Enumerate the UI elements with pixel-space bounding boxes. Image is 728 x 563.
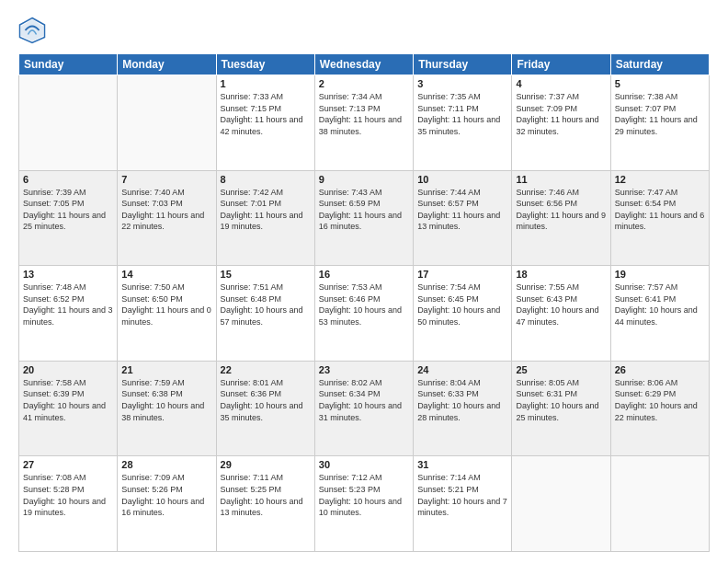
day-number: 25 xyxy=(516,364,606,375)
calendar-cell: 2Sunrise: 7:34 AM Sunset: 7:13 PM Daylig… xyxy=(314,75,413,171)
calendar-cell: 22Sunrise: 8:01 AM Sunset: 6:36 PM Dayli… xyxy=(216,361,314,456)
calendar-cell: 19Sunrise: 7:57 AM Sunset: 6:41 PM Dayli… xyxy=(610,266,709,362)
calendar-week-3: 13Sunrise: 7:48 AM Sunset: 6:52 PM Dayli… xyxy=(19,266,710,362)
day-number: 21 xyxy=(121,364,211,375)
calendar-cell: 13Sunrise: 7:48 AM Sunset: 6:52 PM Dayli… xyxy=(19,266,118,362)
calendar-cell: 17Sunrise: 7:54 AM Sunset: 6:45 PM Dayli… xyxy=(414,266,512,362)
day-info: Sunrise: 7:34 AM Sunset: 7:13 PM Dayligh… xyxy=(319,91,409,137)
day-info: Sunrise: 7:59 AM Sunset: 6:38 PM Dayligh… xyxy=(121,377,211,423)
day-info: Sunrise: 7:50 AM Sunset: 6:50 PM Dayligh… xyxy=(121,282,211,327)
day-info: Sunrise: 7:33 AM Sunset: 7:15 PM Dayligh… xyxy=(221,91,311,137)
day-info: Sunrise: 7:39 AM Sunset: 7:05 PM Dayligh… xyxy=(23,187,113,233)
calendar-header-wednesday: Wednesday xyxy=(314,54,413,75)
day-info: Sunrise: 7:54 AM Sunset: 6:45 PM Dayligh… xyxy=(417,282,507,327)
calendar-cell: 16Sunrise: 7:53 AM Sunset: 6:46 PM Dayli… xyxy=(314,266,413,362)
calendar-cell: 24Sunrise: 8:04 AM Sunset: 6:33 PM Dayli… xyxy=(414,361,512,456)
day-info: Sunrise: 7:57 AM Sunset: 6:41 PM Dayligh… xyxy=(615,282,705,327)
day-info: Sunrise: 8:05 AM Sunset: 6:31 PM Dayligh… xyxy=(516,377,606,423)
calendar-cell: 18Sunrise: 7:55 AM Sunset: 6:43 PM Dayli… xyxy=(512,266,610,362)
day-number: 13 xyxy=(23,269,113,280)
day-number: 9 xyxy=(319,174,409,185)
calendar-cell: 9Sunrise: 7:43 AM Sunset: 6:59 PM Daylig… xyxy=(314,170,413,266)
day-info: Sunrise: 7:42 AM Sunset: 7:01 PM Dayligh… xyxy=(221,187,311,233)
calendar-week-2: 6Sunrise: 7:39 AM Sunset: 7:05 PM Daylig… xyxy=(19,170,710,266)
day-info: Sunrise: 7:43 AM Sunset: 6:59 PM Dayligh… xyxy=(319,187,409,233)
day-number: 23 xyxy=(319,364,409,375)
day-info: Sunrise: 8:02 AM Sunset: 6:34 PM Dayligh… xyxy=(319,377,409,423)
calendar-week-4: 20Sunrise: 7:58 AM Sunset: 6:39 PM Dayli… xyxy=(19,361,710,456)
calendar-cell: 21Sunrise: 7:59 AM Sunset: 6:38 PM Dayli… xyxy=(118,361,216,456)
day-number: 8 xyxy=(221,174,311,185)
logo xyxy=(18,17,50,44)
calendar-cell xyxy=(610,456,709,552)
logo-icon xyxy=(18,17,46,44)
calendar-cell: 30Sunrise: 7:12 AM Sunset: 5:23 PM Dayli… xyxy=(314,456,413,552)
day-info: Sunrise: 7:58 AM Sunset: 6:39 PM Dayligh… xyxy=(23,377,113,423)
calendar-cell: 4Sunrise: 7:37 AM Sunset: 7:09 PM Daylig… xyxy=(512,75,610,171)
day-number: 10 xyxy=(417,174,507,185)
day-number: 16 xyxy=(319,269,409,280)
day-number: 26 xyxy=(615,364,705,375)
calendar-cell: 14Sunrise: 7:50 AM Sunset: 6:50 PM Dayli… xyxy=(118,266,216,362)
calendar-cell: 12Sunrise: 7:47 AM Sunset: 6:54 PM Dayli… xyxy=(610,170,709,266)
day-info: Sunrise: 7:11 AM Sunset: 5:25 PM Dayligh… xyxy=(221,472,311,518)
day-info: Sunrise: 7:35 AM Sunset: 7:11 PM Dayligh… xyxy=(417,91,507,137)
day-number: 18 xyxy=(516,269,606,280)
day-number: 7 xyxy=(121,174,211,185)
day-info: Sunrise: 7:48 AM Sunset: 6:52 PM Dayligh… xyxy=(23,282,113,327)
day-number: 3 xyxy=(417,78,507,89)
calendar-cell: 8Sunrise: 7:42 AM Sunset: 7:01 PM Daylig… xyxy=(216,170,314,266)
day-number: 12 xyxy=(615,174,705,185)
day-info: Sunrise: 7:55 AM Sunset: 6:43 PM Dayligh… xyxy=(516,282,606,327)
day-info: Sunrise: 7:14 AM Sunset: 5:21 PM Dayligh… xyxy=(417,472,507,518)
day-number: 28 xyxy=(121,459,211,470)
day-number: 2 xyxy=(319,78,409,89)
day-info: Sunrise: 7:40 AM Sunset: 7:03 PM Dayligh… xyxy=(121,187,211,233)
day-number: 1 xyxy=(221,78,311,89)
calendar-cell: 11Sunrise: 7:46 AM Sunset: 6:56 PM Dayli… xyxy=(512,170,610,266)
calendar-cell: 1Sunrise: 7:33 AM Sunset: 7:15 PM Daylig… xyxy=(216,75,314,171)
day-info: Sunrise: 7:47 AM Sunset: 6:54 PM Dayligh… xyxy=(615,187,705,233)
calendar-cell: 10Sunrise: 7:44 AM Sunset: 6:57 PM Dayli… xyxy=(414,170,512,266)
day-info: Sunrise: 7:51 AM Sunset: 6:48 PM Dayligh… xyxy=(221,282,311,327)
day-info: Sunrise: 7:53 AM Sunset: 6:46 PM Dayligh… xyxy=(319,282,409,327)
day-info: Sunrise: 8:04 AM Sunset: 6:33 PM Dayligh… xyxy=(417,377,507,423)
day-number: 29 xyxy=(221,459,311,470)
day-info: Sunrise: 7:46 AM Sunset: 6:56 PM Dayligh… xyxy=(516,187,606,233)
day-number: 11 xyxy=(516,174,606,185)
day-number: 17 xyxy=(417,269,507,280)
calendar-header-friday: Friday xyxy=(512,54,610,75)
calendar-cell: 28Sunrise: 7:09 AM Sunset: 5:26 PM Dayli… xyxy=(118,456,216,552)
calendar-cell xyxy=(512,456,610,552)
day-number: 6 xyxy=(23,174,113,185)
calendar: SundayMondayTuesdayWednesdayThursdayFrid… xyxy=(18,53,710,552)
day-info: Sunrise: 7:12 AM Sunset: 5:23 PM Dayligh… xyxy=(319,472,409,518)
calendar-week-5: 27Sunrise: 7:08 AM Sunset: 5:28 PM Dayli… xyxy=(19,456,710,552)
calendar-header-tuesday: Tuesday xyxy=(216,54,314,75)
day-number: 22 xyxy=(221,364,311,375)
calendar-header-sunday: Sunday xyxy=(19,54,118,75)
day-number: 4 xyxy=(516,78,606,89)
calendar-cell: 31Sunrise: 7:14 AM Sunset: 5:21 PM Dayli… xyxy=(414,456,512,552)
day-number: 20 xyxy=(23,364,113,375)
calendar-cell: 26Sunrise: 8:06 AM Sunset: 6:29 PM Dayli… xyxy=(610,361,709,456)
calendar-cell: 23Sunrise: 8:02 AM Sunset: 6:34 PM Dayli… xyxy=(314,361,413,456)
calendar-cell: 15Sunrise: 7:51 AM Sunset: 6:48 PM Dayli… xyxy=(216,266,314,362)
day-number: 14 xyxy=(121,269,211,280)
day-info: Sunrise: 7:08 AM Sunset: 5:28 PM Dayligh… xyxy=(23,472,113,518)
page: SundayMondayTuesdayWednesdayThursdayFrid… xyxy=(0,0,728,563)
day-info: Sunrise: 7:44 AM Sunset: 6:57 PM Dayligh… xyxy=(417,187,507,233)
day-number: 24 xyxy=(417,364,507,375)
calendar-cell xyxy=(118,75,216,171)
day-number: 19 xyxy=(615,269,705,280)
calendar-header-row: SundayMondayTuesdayWednesdayThursdayFrid… xyxy=(19,54,710,75)
header xyxy=(18,17,710,44)
day-info: Sunrise: 8:06 AM Sunset: 6:29 PM Dayligh… xyxy=(615,377,705,423)
day-info: Sunrise: 7:38 AM Sunset: 7:07 PM Dayligh… xyxy=(615,91,705,137)
calendar-cell: 25Sunrise: 8:05 AM Sunset: 6:31 PM Dayli… xyxy=(512,361,610,456)
day-number: 31 xyxy=(417,459,507,470)
day-number: 30 xyxy=(319,459,409,470)
calendar-cell: 5Sunrise: 7:38 AM Sunset: 7:07 PM Daylig… xyxy=(610,75,709,171)
day-number: 27 xyxy=(23,459,113,470)
calendar-cell: 6Sunrise: 7:39 AM Sunset: 7:05 PM Daylig… xyxy=(19,170,118,266)
